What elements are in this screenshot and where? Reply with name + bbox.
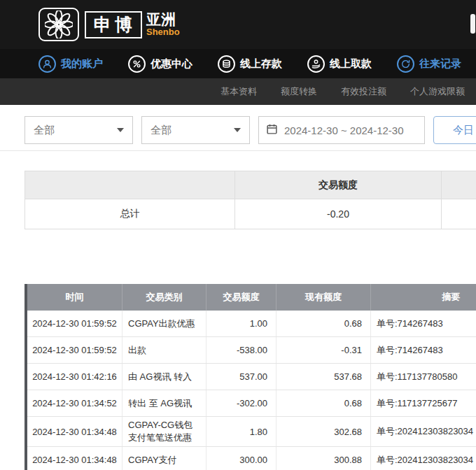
transaction-row: 2024-12-30 01:59:52 出款 -538.00 -0.31 单号:…	[27, 337, 476, 364]
nav-label: 优惠中心	[150, 57, 192, 71]
brand-flower-icon	[38, 8, 79, 41]
summary-header-amount: 交易额度	[234, 171, 441, 199]
cell-balance: 300.88	[276, 447, 371, 470]
cell-type: CGPAY-CG钱包支付笔笔送优惠	[122, 417, 206, 446]
cell-type: CGPAY出款优惠	[122, 311, 206, 336]
transaction-row: 2024-12-30 01:42:16 由 AG视讯 转入 537.00 537…	[27, 364, 476, 390]
brand-latin: Shenbo	[146, 27, 180, 37]
cell-summary: 单号:202412303823034	[371, 417, 476, 446]
chevron-down-icon	[234, 128, 241, 132]
transaction-row: 2024-12-30 01:34:48 CGPAY-CG钱包支付笔笔送优惠 1.…	[27, 417, 476, 447]
summary-header-empty	[24, 171, 234, 199]
subnav-item[interactable]: 有效投注额	[341, 85, 386, 98]
cell-time: 2024-12-30 01:34:52	[27, 390, 122, 416]
brand-name: 申博	[85, 11, 142, 38]
col-header-time: 时间	[27, 284, 122, 311]
nav-item-promo-center[interactable]: 优惠中心	[128, 55, 192, 73]
chevron-down-icon	[117, 128, 124, 132]
summary-total-row: 总计 -0.20	[24, 199, 476, 229]
cell-amount: 300.00	[206, 447, 276, 470]
nav-item-online-deposit[interactable]: 线上存款	[218, 55, 282, 73]
section-divider	[0, 150, 476, 151]
coins-icon	[218, 55, 235, 73]
top-brand-bar: 申博 亚洲 Shenbo	[0, 0, 476, 49]
filter-bar: 全部 全部 2024-12-30 ~ 2024-12-30 今日	[24, 116, 476, 144]
type-select-value: 全部	[150, 124, 172, 137]
user-icon	[38, 55, 56, 73]
subnav-item[interactable]: 基本资料	[220, 85, 257, 98]
cell-amount: 537.00	[206, 364, 276, 390]
col-header-balance: 现有额度	[276, 284, 371, 311]
subnav-item[interactable]: 额度转换	[281, 85, 317, 98]
cell-summary: 单号:117137780580	[371, 364, 476, 390]
date-range-value: 2024-12-30 ~ 2024-12-30	[284, 124, 404, 136]
cell-summary: 单号:202412303823034	[371, 447, 476, 470]
summary-total-value: -0.20	[234, 199, 441, 229]
col-header-type: 交易类别	[122, 284, 206, 311]
cell-time: 2024-12-30 01:42:16	[27, 364, 122, 390]
cell-amount: 1.80	[206, 417, 276, 446]
cell-balance: 0.68	[276, 390, 371, 416]
summary-header-empty	[441, 171, 476, 199]
main-navigation: 我的账户 优惠中心 线上存款 线上取款 往来记录	[0, 49, 476, 78]
cell-balance: 537.68	[276, 364, 371, 390]
nav-label: 往来记录	[419, 57, 461, 71]
cell-summary: 单号:117137725677	[371, 390, 476, 416]
transaction-row: 2024-12-30 01:34:48 CGPAY支付 300.00 300.8…	[27, 447, 476, 470]
transaction-row: 2024-12-30 01:59:52 CGPAY出款优惠 1.00 0.68 …	[27, 311, 476, 337]
cell-balance: 0.68	[276, 311, 371, 336]
summary-table: 交易额度 总计 -0.20	[24, 171, 476, 229]
cell-summary: 单号:714267483	[371, 337, 476, 363]
cell-amount: -302.00	[206, 390, 276, 416]
category-select-value: 全部	[34, 124, 55, 137]
sub-navigation: 基本资料额度转换有效投注额个人游戏限额	[0, 78, 476, 105]
transactions-header-row: 时间 交易类别 交易额度 现有额度 摘要	[27, 284, 476, 311]
category-select[interactable]: 全部	[24, 116, 133, 144]
nav-item-online-withdrawal[interactable]: 线上取款	[307, 55, 372, 73]
summary-total-label: 总计	[24, 199, 234, 229]
col-header-amount: 交易额度	[206, 284, 276, 311]
nav-item-transaction-records[interactable]: 往来记录	[397, 55, 461, 73]
type-select[interactable]: 全部	[141, 116, 250, 144]
col-header-summary: 摘要	[371, 284, 476, 311]
cell-balance: 302.68	[276, 417, 371, 446]
cell-time: 2024-12-30 01:34:48	[27, 417, 122, 446]
nav-label: 线上取款	[330, 57, 372, 71]
cell-amount: -538.00	[206, 337, 276, 363]
today-button[interactable]: 今日	[433, 116, 476, 144]
cell-type: CGPAY支付	[122, 447, 206, 470]
summary-header-row: 交易额度	[24, 171, 476, 199]
calendar-icon	[266, 123, 278, 137]
scrollbar-thumb[interactable]	[470, 14, 475, 34]
subnav-item[interactable]: 个人游戏限额	[410, 85, 465, 98]
summary-total-empty	[441, 199, 476, 229]
cell-summary: 单号:714267483	[371, 311, 476, 336]
cell-amount: 1.00	[206, 311, 276, 336]
hand-coin-icon	[307, 55, 325, 73]
cell-time: 2024-12-30 01:59:52	[27, 311, 122, 336]
cell-time: 2024-12-30 01:59:52	[27, 337, 122, 363]
discount-icon	[128, 55, 146, 73]
transaction-row: 2024-12-30 01:34:52 转出 至 AG视讯 -302.00 0.…	[27, 390, 476, 417]
cell-type: 由 AG视讯 转入	[122, 364, 206, 390]
cell-balance: -0.31	[276, 337, 371, 363]
cell-type: 转出 至 AG视讯	[122, 390, 206, 416]
nav-label: 我的账户	[61, 57, 103, 71]
nav-label: 线上存款	[240, 57, 282, 71]
date-range-input[interactable]: 2024-12-30 ~ 2024-12-30	[258, 116, 425, 144]
transactions-table: 时间 交易类别 交易额度 现有额度 摘要 2024-12-30 01:59:52…	[24, 284, 476, 470]
history-icon	[397, 55, 414, 73]
brand-region: 亚洲	[146, 12, 180, 27]
transactions-body: 2024-12-30 01:59:52 CGPAY出款优惠 1.00 0.68 …	[27, 311, 476, 470]
cell-type: 出款	[122, 337, 206, 363]
nav-item-my-account[interactable]: 我的账户	[38, 55, 103, 73]
cell-time: 2024-12-30 01:34:48	[27, 447, 122, 470]
